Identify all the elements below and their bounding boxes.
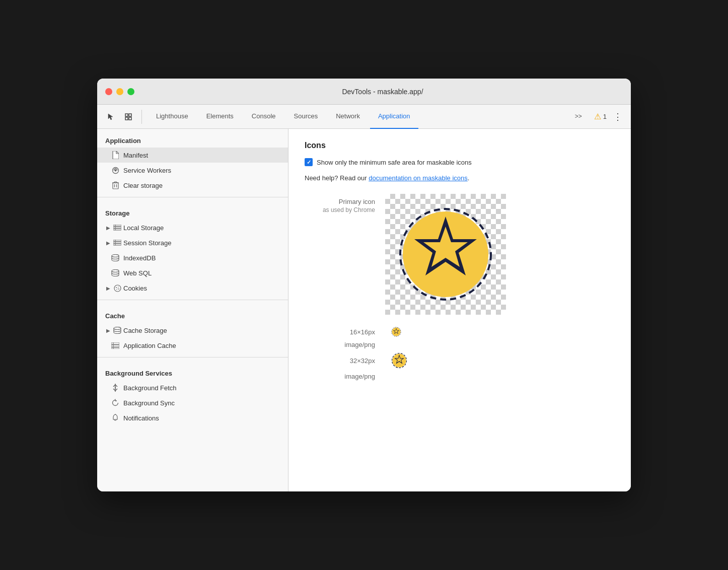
maximize-button[interactable] <box>127 88 134 95</box>
cache-storage-icon <box>113 326 121 334</box>
svg-rect-12 <box>113 229 121 230</box>
svg-point-23 <box>112 270 119 272</box>
sidebar-item-clear-storage[interactable]: Clear storage <box>97 178 288 193</box>
expand-arrow-session-storage: ▶ <box>105 240 111 246</box>
svg-rect-11 <box>113 227 121 228</box>
expand-arrow-local-storage: ▶ <box>105 225 111 231</box>
sidebar-item-indexeddb[interactable]: IndexedDB <box>97 250 288 265</box>
svg-rect-33 <box>111 347 119 349</box>
tab-sources[interactable]: Sources <box>286 105 326 129</box>
sidebar-item-application-cache[interactable]: Application Cache <box>97 338 288 353</box>
more-options-button[interactable]: ⋮ <box>611 110 625 124</box>
svg-point-22 <box>112 255 119 257</box>
service-workers-icon <box>111 166 119 174</box>
tab-console[interactable]: Console <box>244 105 284 129</box>
clear-storage-icon <box>111 181 119 189</box>
cursor-icon[interactable] <box>103 110 117 124</box>
warning-badge[interactable]: ⚠ 1 <box>594 112 607 121</box>
maskable-icons-checkbox[interactable] <box>305 158 313 166</box>
svg-rect-18 <box>113 244 121 245</box>
svg-rect-16 <box>113 240 121 241</box>
primary-icon-preview <box>385 194 506 315</box>
sidebar-item-local-storage[interactable]: ▶ Local Storage <box>97 220 288 235</box>
help-text: Need help? Read our documentation on mas… <box>305 174 615 182</box>
icon-32-size-row: 32×32px <box>305 352 615 369</box>
svg-point-29 <box>117 288 118 288</box>
cookies-icon <box>113 284 121 292</box>
content-title: Icons <box>305 141 615 150</box>
checkbox-row: Show only the minimum safe area for mask… <box>305 158 615 166</box>
icon-32-preview <box>391 352 407 369</box>
svg-rect-2 <box>125 117 128 120</box>
icon-32-label: 32×32px <box>305 357 385 365</box>
tab-network[interactable]: Network <box>328 105 368 129</box>
tab-elements[interactable]: Elements <box>198 105 242 129</box>
manifest-icon <box>111 151 119 159</box>
tab-application[interactable]: Application <box>370 105 418 129</box>
svg-point-5 <box>114 169 116 171</box>
sidebar-item-cache-storage[interactable]: ▶ Cache Storage <box>97 323 288 338</box>
svg-point-30 <box>114 327 121 330</box>
sidebar-item-manifest[interactable]: Manifest <box>97 148 288 163</box>
more-tabs-button[interactable]: >> <box>567 105 590 129</box>
icon-32-type: image/png <box>305 373 385 380</box>
svg-rect-31 <box>111 342 119 344</box>
background-fetch-icon <box>111 384 119 392</box>
svg-rect-0 <box>125 114 128 116</box>
devtools-window: DevTools - maskable.app/ Lighthouse <box>97 79 631 491</box>
warning-icon: ⚠ <box>594 112 601 121</box>
sidebar-item-service-workers[interactable]: Service Workers <box>97 163 288 178</box>
sidebar-item-background-sync[interactable]: Background Sync <box>97 395 288 410</box>
documentation-link[interactable]: documentation on maskable icons <box>369 174 468 182</box>
inspect-icon[interactable] <box>121 110 135 124</box>
sidebar-item-cookies[interactable]: ▶ Cookies <box>97 280 288 296</box>
content-area: Icons Show only the minimum safe area fo… <box>288 129 631 491</box>
svg-rect-17 <box>113 242 121 243</box>
title-bar: DevTools - maskable.app/ <box>97 79 631 105</box>
svg-point-27 <box>116 289 117 290</box>
svg-rect-1 <box>129 114 131 116</box>
minimize-button[interactable] <box>116 88 123 95</box>
indexeddb-icon <box>111 254 119 262</box>
sidebar-item-notifications[interactable]: Notifications <box>97 410 288 425</box>
svg-point-28 <box>118 289 119 290</box>
svg-rect-10 <box>113 225 121 226</box>
web-sql-icon <box>111 269 119 277</box>
icon-16-preview <box>391 327 401 337</box>
background-sync-icon <box>111 399 119 407</box>
sidebar-section-cache: Cache <box>97 304 288 323</box>
toolbar: Lighthouse Elements Console Sources Netw… <box>97 105 631 129</box>
svg-rect-32 <box>111 345 119 347</box>
primary-icon-sublabel: as used by Chrome <box>305 206 375 213</box>
icon-32-type-row: image/png <box>305 373 615 380</box>
toolbar-right: >> ⚠ 1 ⋮ <box>567 105 625 129</box>
checkbox-label[interactable]: Show only the minimum safe area for mask… <box>317 159 472 166</box>
sidebar-item-session-storage[interactable]: ▶ Session Storage <box>97 235 288 250</box>
primary-icon-label-area: Primary icon as used by Chrome <box>305 194 385 213</box>
icon-16-type: image/png <box>305 341 385 348</box>
local-storage-icon <box>113 224 121 232</box>
svg-rect-3 <box>129 117 131 120</box>
traffic-lights <box>105 88 134 95</box>
application-cache-icon <box>111 341 119 349</box>
notifications-icon <box>111 414 119 422</box>
sidebar-section-storage: Storage <box>97 201 288 220</box>
close-button[interactable] <box>105 88 112 95</box>
svg-rect-6 <box>113 183 118 189</box>
sidebar-item-web-sql[interactable]: Web SQL <box>97 265 288 280</box>
window-title: DevTools - maskable.app/ <box>142 88 623 96</box>
sidebar: Application Manifest <box>97 129 288 491</box>
toolbar-icons <box>103 110 142 124</box>
session-storage-icon <box>113 239 121 247</box>
icon-16-size-row: 16×16px <box>305 327 615 337</box>
primary-icon-label: Primary icon <box>305 198 375 205</box>
main-content: Application Manifest <box>97 129 631 491</box>
expand-arrow-cache-storage: ▶ <box>105 327 111 333</box>
svg-point-26 <box>118 287 119 288</box>
expand-arrow-cookies: ▶ <box>105 285 111 291</box>
primary-icon-row: Primary icon as used by Chrome <box>305 194 615 315</box>
tab-lighthouse[interactable]: Lighthouse <box>148 105 196 129</box>
icon-16-type-row: image/png <box>305 341 615 348</box>
sidebar-section-background: Background Services <box>97 362 288 380</box>
sidebar-item-background-fetch[interactable]: Background Fetch <box>97 380 288 395</box>
